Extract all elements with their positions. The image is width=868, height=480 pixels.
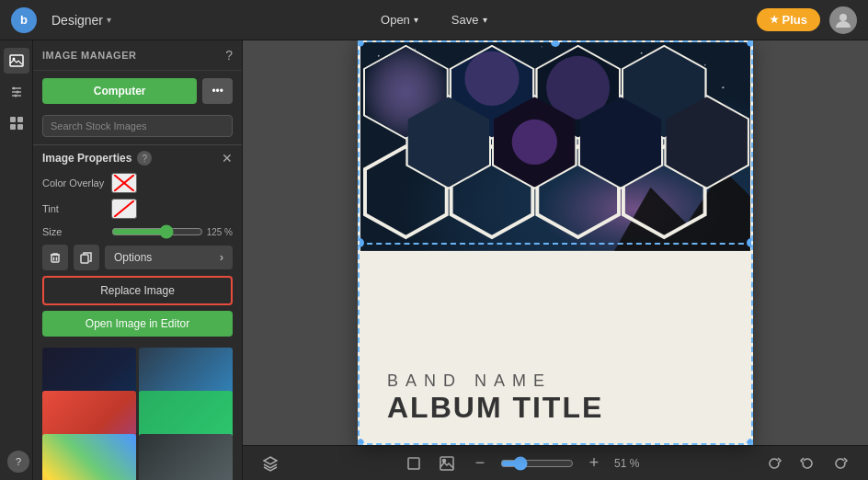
topbar: b Designer ▾ Open ▾ Save ▾ ★ Plus [0,0,868,40]
more-button[interactable]: ••• [202,78,233,104]
color-overlay-picker[interactable] [111,173,137,193]
delete-action-button[interactable] [42,245,68,270]
svg-point-6 [12,87,15,90]
svg-point-8 [14,95,17,97]
svg-rect-18 [51,255,59,262]
topbar-center: Open ▾ Save ▾ [126,8,742,31]
open-in-editor-button[interactable]: Open Image in Editor [42,311,233,337]
tint-label: Tint [42,203,111,214]
search-input[interactable] [42,115,233,137]
handle-middle-right[interactable] [747,238,753,247]
album-title: ALBUM TITLE [387,391,603,425]
open-caret: ▾ [414,15,418,25]
svg-rect-1 [10,55,23,66]
svg-rect-11 [10,124,16,130]
duplicate-action-button[interactable] [74,245,99,270]
action-row: Options › [42,245,233,270]
panel-upload: Computer ••• [33,71,242,111]
save-button[interactable]: Save ▾ [440,8,498,31]
size-row: Size 125 % [42,224,233,239]
zoom-value: 51 % [614,457,644,470]
options-caret: › [220,251,223,264]
svg-point-44 [704,64,706,66]
handle-bottom-right[interactable] [747,439,753,445]
redo-icon[interactable] [828,451,853,476]
options-button[interactable]: Options › [105,246,233,269]
panel-title: IMAGE MANAGER [42,50,136,61]
app-name-caret: ▾ [107,15,111,25]
svg-point-42 [542,46,542,47]
zoom-plus-icon[interactable]: + [581,451,607,476]
topbar-right: ★ Plus [757,6,857,34]
svg-point-76 [512,120,557,165]
band-name: BAND NAME [387,371,603,391]
svg-rect-80 [408,458,419,469]
sidebar-images-icon[interactable] [4,48,29,74]
selection-line [358,243,753,245]
album-text-area: BAND NAME ALBUM TITLE [387,371,603,425]
album-card[interactable]: BAND NAME ALBUM TITLE [358,40,753,445]
help-button[interactable]: ? [7,451,29,473]
color-overlay-label: Color Overlay [42,177,111,189]
icon-sidebar [0,40,33,480]
svg-point-7 [16,91,18,94]
app-logo[interactable]: b [11,7,37,33]
svg-point-43 [641,52,643,54]
size-label: Size [42,226,111,237]
app-name-label: Designer [51,13,103,28]
size-slider[interactable] [111,224,203,239]
handle-bottom-left[interactable] [358,439,364,445]
svg-rect-12 [17,124,23,130]
image-icon[interactable] [434,451,460,476]
bottom-center: − + 51 % [401,451,644,476]
sidebar-adjust-icon[interactable] [4,79,29,105]
plus-star-icon: ★ [770,14,779,26]
sidebar-grid-icon[interactable] [4,110,29,136]
size-value: 125 % [207,227,233,237]
layers-icon[interactable] [257,451,283,476]
open-button[interactable]: Open ▾ [370,8,429,31]
svg-marker-79 [264,457,277,464]
tint-picker[interactable] [111,199,137,219]
bottom-right [761,451,853,476]
canvas-wrap[interactable]: BAND NAME ALBUM TITLE [243,40,868,445]
hex-svg [360,42,751,251]
crop-icon[interactable] [401,451,427,476]
svg-point-0 [839,14,847,21]
image-properties-title: Image Properties [42,152,131,165]
bottom-left [257,451,283,476]
svg-rect-10 [17,117,23,122]
save-label: Save [451,13,479,27]
zoom-slider[interactable] [500,456,574,471]
panel-header: IMAGE MANAGER ? [33,40,242,71]
image-properties-section: Image Properties ? ✕ Color Overlay Tint … [33,144,242,342]
svg-point-70 [464,51,519,106]
tint-row: Tint [42,199,233,219]
undo-icon[interactable] [794,451,820,476]
replace-image-button[interactable]: Replace Image [42,276,233,305]
svg-rect-9 [10,117,16,122]
main-layout: IMAGE MANAGER ? Computer ••• Image Prope… [0,40,868,480]
options-label: Options [114,251,152,264]
image-properties-help-icon[interactable]: ? [137,151,152,166]
save-caret: ▾ [483,15,487,25]
app-name-btn[interactable]: Designer ▾ [51,13,111,28]
canvas-area: BAND NAME ALBUM TITLE − [243,40,868,480]
computer-button[interactable]: Computer [42,78,197,104]
thumbnail-item[interactable] [42,434,136,480]
image-properties-close-icon[interactable]: ✕ [222,151,233,166]
svg-rect-21 [81,255,88,263]
thumbnail-grid [33,342,242,480]
svg-point-39 [378,55,380,57]
plus-button[interactable]: ★ Plus [757,8,820,31]
zoom-minus-icon[interactable]: − [467,451,493,476]
panel: IMAGE MANAGER ? Computer ••• Image Prope… [33,40,243,480]
panel-help-icon[interactable]: ? [225,48,233,63]
thumbnail-item[interactable] [139,434,233,480]
user-avatar[interactable] [829,6,857,34]
open-label: Open [381,13,410,27]
hex-area [360,42,751,251]
rotate-right-icon[interactable] [761,451,787,476]
color-overlay-row: Color Overlay [42,173,233,193]
handle-top-right[interactable] [747,40,753,47]
